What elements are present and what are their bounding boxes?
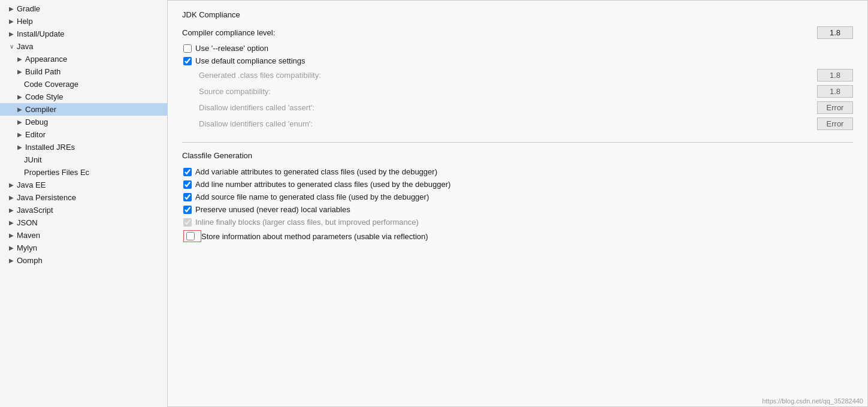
sidebar-item-json[interactable]: ▶JSON <box>0 216 167 229</box>
sidebar-label-junit: JUnit <box>24 155 42 164</box>
sidebar-item-mylyn[interactable]: ▶Mylyn <box>0 242 167 254</box>
sidebar-label-code-coverage: Code Coverage <box>24 80 78 89</box>
sidebar-item-java[interactable]: ∨Java <box>0 40 167 53</box>
generated-class-files-label: Generated .class files compatibility: <box>199 71 817 80</box>
store-method-params-highlight-wrapper <box>183 230 201 242</box>
arrow-icon-editor: ▶ <box>16 131 24 139</box>
source-compatibility-row: Source compatibility: 1.8 <box>182 85 853 98</box>
arrow-icon-gradle: ▶ <box>7 5 16 13</box>
preserve-unused-vars-label[interactable]: Preserve unused (never read) local varia… <box>195 205 350 214</box>
sidebar-item-editor[interactable]: ▶Editor <box>0 128 167 141</box>
sidebar-label-editor: Editor <box>25 130 46 139</box>
arrow-icon-mylyn: ▶ <box>7 244 16 252</box>
watermark: https://blog.csdn.net/qq_35282440 <box>762 397 863 405</box>
sidebar-item-appearance[interactable]: ▶Appearance <box>0 53 167 65</box>
arrow-icon-maven: ▶ <box>7 231 16 240</box>
sidebar-item-java-persistence[interactable]: ▶Java Persistence <box>0 191 167 204</box>
sidebar-label-java-persistence: Java Persistence <box>17 193 76 202</box>
compliance-level-label: Compiler compliance level: <box>182 28 817 37</box>
add-source-file-name-checkbox[interactable] <box>183 193 192 201</box>
disallow-assert-label: Disallow identifiers called 'assert': <box>199 103 817 112</box>
sidebar-item-installed-jres[interactable]: ▶Installed JREs <box>0 141 167 153</box>
main-panel: JDK Compliance Compiler compliance level… <box>168 0 868 407</box>
add-line-number-attrs-label[interactable]: Add line number attributes to generated … <box>195 180 450 189</box>
sidebar-item-gradle[interactable]: ▶Gradle <box>0 2 167 15</box>
jdk-compliance-title: JDK Compliance <box>182 10 853 20</box>
classfile-option-row-store-method-params: Store information about method parameter… <box>182 230 853 242</box>
sidebar-label-javascript: JavaScript <box>17 206 53 215</box>
sidebar-label-gradle: Gradle <box>17 4 40 13</box>
sidebar-label-java-ee: Java EE <box>17 180 46 189</box>
add-variable-attrs-label[interactable]: Add variable attributes to generated cla… <box>195 167 437 176</box>
sidebar-item-maven[interactable]: ▶Maven <box>0 229 167 242</box>
sidebar-label-compiler: Compiler <box>25 105 56 114</box>
arrow-icon-debug: ▶ <box>16 118 24 126</box>
arrow-icon-java-persistence: ▶ <box>7 194 16 202</box>
arrow-icon-code-style: ▶ <box>16 93 24 101</box>
inline-finally-blocks-checkbox <box>183 218 192 227</box>
classfile-option-row-preserve-unused-vars: Preserve unused (never read) local varia… <box>182 205 853 214</box>
sidebar-label-installed-jres: Installed JREs <box>25 143 75 152</box>
sidebar-item-junit[interactable]: JUnit <box>0 153 167 166</box>
classfile-option-row-inline-finally-blocks: Inline finally blocks (larger class file… <box>182 218 853 227</box>
preserve-unused-vars-checkbox[interactable] <box>183 206 192 214</box>
sidebar-item-debug[interactable]: ▶Debug <box>0 116 167 128</box>
sidebar-item-code-style[interactable]: ▶Code Style <box>0 91 167 103</box>
compliance-level-row: Compiler compliance level: 1.8 <box>182 26 853 39</box>
arrow-icon-appearance: ▶ <box>16 55 24 64</box>
section-divider <box>182 142 853 143</box>
use-default-compliance-checkbox[interactable] <box>183 57 192 65</box>
arrow-icon-help: ▶ <box>7 17 16 26</box>
use-release-checkbox[interactable] <box>183 44 192 53</box>
sidebar-label-install-update: Install/Update <box>17 29 65 38</box>
add-variable-attrs-checkbox[interactable] <box>183 168 192 176</box>
disallow-assert-row: Disallow identifiers called 'assert': Er… <box>182 101 853 114</box>
arrow-icon-java: ∨ <box>7 43 16 51</box>
add-line-number-attrs-checkbox[interactable] <box>183 180 192 189</box>
sidebar-item-javascript[interactable]: ▶JavaScript <box>0 204 167 216</box>
sidebar-label-properties-files: Properties Files Ec <box>24 168 89 177</box>
generated-class-files-value: 1.8 <box>817 69 853 82</box>
sidebar-label-java: Java <box>17 42 33 51</box>
classfile-generation-title: Classfile Generation <box>182 151 853 161</box>
source-compatibility-label: Source compatibility: <box>199 87 817 96</box>
classfile-option-row-add-line-number-attrs: Add line number attributes to generated … <box>182 180 853 189</box>
sidebar-label-mylyn: Mylyn <box>17 243 37 252</box>
arrow-icon-install-update: ▶ <box>7 30 16 38</box>
arrow-icon-json: ▶ <box>7 219 16 227</box>
store-method-params-label[interactable]: Store information about method parameter… <box>201 232 428 241</box>
sidebar-item-oomph[interactable]: ▶Oomph <box>0 254 167 267</box>
sidebar: ▶Gradle▶Help▶Install/Update∨Java▶Appeara… <box>0 0 168 407</box>
disallow-enum-label: Disallow identifiers called 'enum': <box>199 119 817 128</box>
sidebar-item-help[interactable]: ▶Help <box>0 15 167 28</box>
disallow-assert-value: Error <box>817 101 853 114</box>
sidebar-item-properties-files[interactable]: Properties Files Ec <box>0 166 167 179</box>
use-release-option-row: Use '--release' option <box>182 44 853 53</box>
sidebar-label-appearance: Appearance <box>25 55 67 64</box>
arrow-icon-oomph: ▶ <box>7 257 16 265</box>
sidebar-label-oomph: Oomph <box>17 256 43 265</box>
use-default-compliance-label[interactable]: Use default compliance settings <box>195 56 306 65</box>
sidebar-label-debug: Debug <box>25 117 48 126</box>
sidebar-item-java-ee[interactable]: ▶Java EE <box>0 179 167 191</box>
disallow-enum-value: Error <box>817 117 853 130</box>
classfile-option-row-add-source-file-name: Add source file name to generated class … <box>182 192 853 201</box>
sidebar-label-build-path: Build Path <box>25 67 61 76</box>
classfile-option-row-add-variable-attrs: Add variable attributes to generated cla… <box>182 167 853 176</box>
disallow-enum-row: Disallow identifiers called 'enum': Erro… <box>182 117 853 130</box>
inline-finally-blocks-label: Inline finally blocks (larger class file… <box>195 218 419 227</box>
use-release-label[interactable]: Use '--release' option <box>195 44 268 53</box>
sidebar-label-maven: Maven <box>17 231 40 240</box>
add-source-file-name-label[interactable]: Add source file name to generated class … <box>195 192 429 201</box>
sidebar-item-compiler[interactable]: ▶Compiler <box>0 103 167 116</box>
generated-class-files-row: Generated .class files compatibility: 1.… <box>182 69 853 82</box>
sidebar-item-build-path[interactable]: ▶Build Path <box>0 65 167 78</box>
arrow-icon-installed-jres: ▶ <box>16 143 24 152</box>
sidebar-item-install-update[interactable]: ▶Install/Update <box>0 28 167 40</box>
source-compatibility-value: 1.8 <box>817 85 853 98</box>
sidebar-item-code-coverage[interactable]: Code Coverage <box>0 78 167 91</box>
compliance-level-value: 1.8 <box>817 26 853 39</box>
sidebar-label-json: JSON <box>17 218 38 227</box>
store-method-params-checkbox[interactable] <box>186 232 195 240</box>
sidebar-label-help: Help <box>17 17 33 26</box>
